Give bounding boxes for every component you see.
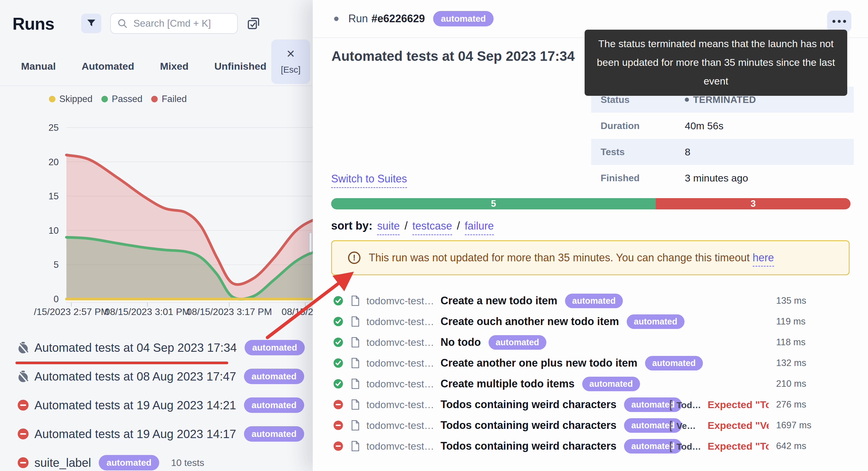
- search-input[interactable]: [133, 18, 234, 29]
- runs-trend-chart: 0510152025/15/2023 2:57 PM08/15/2023 3:0…: [0, 119, 326, 326]
- automated-badge: automated: [433, 11, 494, 26]
- file-icon: [350, 399, 360, 410]
- run-row[interactable]: Automated tests at 08 Aug 2023 17:47 aut…: [0, 362, 313, 391]
- file-icon: [350, 420, 360, 431]
- run-title: Automated tests at 04 Sep 2023 17:34: [332, 48, 575, 64]
- info-row-finished: Finished 3 minutes ago: [591, 165, 854, 191]
- minus-circle-icon: [333, 420, 344, 431]
- minus-circle-icon: [333, 440, 344, 452]
- timer-off-icon: [17, 341, 30, 354]
- run-row[interactable]: Automated tests at 19 Aug 2023 14:21 aut…: [0, 391, 313, 419]
- tab-manual[interactable]: Manual: [21, 60, 56, 72]
- switch-to-suites-link[interactable]: Switch to Suites: [331, 173, 407, 188]
- test-error[interactable]: Expected "To: [708, 440, 769, 452]
- status-dot-icon: [334, 17, 339, 21]
- svg-text:08/15/2023 3:01 PM: 08/15/2023 3:01 PM: [105, 306, 190, 317]
- more-menu-button[interactable]: [827, 11, 851, 32]
- info-label: Duration: [600, 120, 685, 131]
- run-test-count: 10 tests: [171, 458, 204, 468]
- test-name[interactable]: Todos containing weird characters: [440, 440, 616, 452]
- tab-unfinished[interactable]: Unfinished: [214, 60, 267, 72]
- test-name[interactable]: Create ouch another new todo item: [440, 315, 619, 328]
- passed-dot-icon: [101, 96, 108, 102]
- file-icon: [350, 378, 360, 389]
- test-file: todomvc-test…: [366, 295, 440, 307]
- test-row[interactable]: todomvc-test…Create ouch another new tod…: [313, 311, 868, 332]
- check-circle-icon: [333, 336, 344, 348]
- test-row[interactable]: todomvc-test…Todos containing weird char…: [313, 415, 868, 436]
- close-drawer-button[interactable]: ✕ [Esc]: [271, 39, 310, 84]
- test-row[interactable]: todomvc-test…No todoautomated118 ms: [313, 332, 868, 353]
- test-duration: 210 ms: [776, 379, 806, 389]
- sort-controls: sort by: suite / testcase / failure: [331, 219, 494, 235]
- sort-by-failure-link[interactable]: failure: [465, 220, 494, 235]
- run-name: Automated tests at 19 Aug 2023 14:21: [34, 399, 236, 412]
- test-name[interactable]: Todos containing weird characters: [440, 398, 616, 411]
- test-name[interactable]: Create a new todo item: [440, 295, 557, 307]
- automated-badge: automated: [489, 335, 546, 350]
- tab-mixed[interactable]: Mixed: [160, 60, 189, 72]
- test-duration: 1697 ms: [776, 420, 811, 431]
- failed-dot-icon: [151, 96, 158, 102]
- automated-badge: automated: [627, 315, 684, 329]
- test-row[interactable]: todomvc-test…Todos containing weird char…: [313, 394, 868, 415]
- chart-legend: Skipped Passed Failed: [0, 94, 313, 105]
- svg-text:20: 20: [49, 157, 59, 167]
- scrollbar-thumb[interactable]: [309, 232, 312, 253]
- test-duration: 132 ms: [776, 358, 806, 369]
- failed-segment: 3: [656, 198, 850, 209]
- sort-by-testcase-link[interactable]: testcase: [412, 220, 452, 235]
- test-row[interactable]: todomvc-test…Todos containing weird char…: [313, 436, 868, 457]
- minus-circle-icon: [17, 399, 30, 412]
- test-tag: [Ve…: [670, 419, 696, 432]
- run-id: #e6226629: [371, 12, 425, 25]
- timeout-here-link[interactable]: here: [753, 252, 774, 267]
- test-file: todomvc-test…: [366, 399, 440, 411]
- automated-badge: automated: [99, 455, 159, 470]
- info-label: Finished: [600, 173, 685, 184]
- test-row[interactable]: todomvc-test…Create a new todo itemautom…: [313, 290, 868, 311]
- info-row-tests: Tests 8: [591, 139, 854, 165]
- test-file: todomvc-test…: [366, 357, 440, 369]
- pass-fail-progress-bar: 5 3: [331, 198, 850, 209]
- timer-off-icon: [17, 370, 30, 383]
- search-box[interactable]: [110, 13, 238, 34]
- bulk-select-icon[interactable]: [247, 17, 260, 30]
- legend-item-failed: Failed: [151, 94, 186, 105]
- run-row[interactable]: Automated tests at 19 Aug 2023 14:17 aut…: [0, 420, 313, 448]
- close-icon: ✕: [286, 49, 295, 59]
- minus-circle-icon: [17, 456, 30, 469]
- automated-badge: automated: [565, 294, 623, 308]
- test-row[interactable]: todomvc-test…Create another one plus new…: [313, 353, 868, 374]
- info-label: Tests: [600, 147, 685, 157]
- test-name[interactable]: Create multiple todo items: [440, 378, 575, 390]
- test-file: todomvc-test…: [366, 420, 440, 431]
- terminated-dot-icon: [685, 97, 689, 102]
- test-row[interactable]: todomvc-test…Create multiple todo itemsa…: [313, 374, 868, 394]
- funnel-icon: [86, 18, 97, 29]
- svg-text:/15/2023 2:57 PM: /15/2023 2:57 PM: [34, 306, 109, 317]
- legend-label: Passed: [112, 94, 142, 105]
- bracket-icon: [: [670, 440, 672, 452]
- filter-button[interactable]: [81, 13, 101, 33]
- test-name[interactable]: Create another one plus new todo item: [440, 357, 638, 369]
- test-name[interactable]: Todos containing weird characters: [440, 419, 616, 432]
- app-screen: Runs Manual Automated Mixed Unfinished: [0, 0, 868, 471]
- sort-by-suite-link[interactable]: suite: [377, 220, 400, 235]
- status-value: TERMINATED: [685, 94, 756, 105]
- tab-automated[interactable]: Automated: [82, 60, 134, 72]
- info-row-duration: Duration 40m 56s: [591, 113, 854, 139]
- file-icon: [350, 295, 360, 306]
- run-row[interactable]: suite_label automated 10 tests: [0, 448, 313, 471]
- svg-text:0: 0: [54, 294, 59, 304]
- test-error[interactable]: Expected "Ver: [708, 420, 769, 431]
- timeout-warning-banner: ! This run was not updated for more than…: [331, 240, 849, 275]
- svg-text:25: 25: [49, 122, 59, 133]
- test-name[interactable]: No todo: [440, 336, 481, 349]
- test-error[interactable]: Expected "To: [708, 399, 769, 411]
- test-tag: [Tod…: [670, 440, 701, 452]
- sort-label: sort by:: [331, 219, 372, 232]
- runs-tabs: Manual Automated Mixed Unfinished: [0, 60, 313, 86]
- run-row[interactable]: Automated tests at 04 Sep 2023 17:34 aut…: [0, 333, 313, 362]
- dots-icon: [832, 20, 835, 23]
